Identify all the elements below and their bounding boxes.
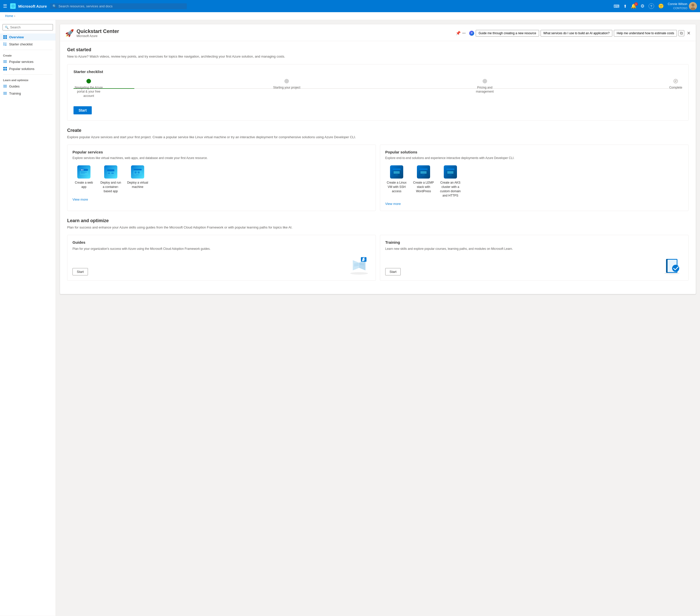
ai-services-btn[interactable]: What services do I use to build an AI ap… bbox=[541, 30, 613, 37]
user-avatar[interactable] bbox=[689, 2, 697, 10]
step-4: ✓ Complete bbox=[669, 79, 682, 98]
svg-rect-23 bbox=[3, 92, 7, 93]
svg-point-66 bbox=[672, 265, 679, 272]
copy-icon[interactable]: ⧉ bbox=[678, 30, 684, 36]
step-3: Pricing and management bbox=[470, 79, 500, 98]
sidebar-item-training[interactable]: Training bbox=[0, 90, 55, 97]
webapp-icon bbox=[77, 165, 90, 178]
guides-illustration bbox=[348, 255, 371, 275]
create-title: Create bbox=[67, 128, 689, 133]
aks-item[interactable]: Create an AKS cluster with a custom doma… bbox=[439, 165, 462, 198]
sidebar-divider-1 bbox=[3, 50, 52, 50]
svg-rect-15 bbox=[3, 62, 7, 63]
copilot-badge: ✦ bbox=[469, 31, 474, 36]
svg-rect-5 bbox=[3, 37, 5, 39]
overview-icon bbox=[3, 35, 7, 39]
sidebar-item-popular-services[interactable]: Popular services bbox=[0, 58, 55, 65]
main-layout: 🔍 Overview bbox=[0, 20, 700, 616]
breadcrumb-home[interactable]: Home bbox=[5, 14, 13, 18]
quickstart-body: Get started New to Azure? Watch videos, … bbox=[60, 41, 696, 294]
estimate-costs-btn[interactable]: Help me understand how to estimate costs bbox=[614, 30, 677, 37]
step-1: Navigating the Azure portal & your free … bbox=[74, 79, 104, 98]
notifications-icon[interactable]: 🔔 1 bbox=[631, 3, 636, 9]
svg-rect-8 bbox=[5, 43, 7, 44]
sidebar-popular-services-label: Popular services bbox=[9, 60, 34, 64]
create-vm-item[interactable]: Deploy a virtual machine bbox=[126, 165, 149, 189]
guide-new-resource-btn[interactable]: Guide me through creating a new resource bbox=[476, 30, 539, 37]
popular-services-items: Create a web app bbox=[73, 165, 371, 193]
step-dot-3 bbox=[483, 79, 487, 84]
svg-point-1 bbox=[691, 3, 695, 7]
svg-rect-3 bbox=[3, 35, 5, 37]
checklist-card-title: Starter checklist bbox=[74, 70, 682, 74]
checklist-start-button[interactable]: Start bbox=[74, 106, 92, 114]
svg-rect-39 bbox=[138, 171, 140, 173]
create-webapp-item[interactable]: Create a web app bbox=[73, 165, 95, 189]
sidebar-item-popular-solutions[interactable]: Popular solutions bbox=[0, 65, 55, 72]
get-started-title: Get started bbox=[67, 47, 689, 52]
svg-rect-52 bbox=[449, 174, 452, 175]
sidebar-popular-solutions-label: Popular solutions bbox=[9, 67, 35, 71]
quickstart-title: Quickstart Center bbox=[76, 28, 119, 34]
popular-services-card: Popular services Explore services like v… bbox=[67, 145, 376, 211]
breadcrumb-separator: › bbox=[14, 14, 15, 18]
global-search-bar[interactable]: 🔍 bbox=[50, 3, 187, 9]
svg-rect-35 bbox=[111, 172, 114, 174]
step-dot-1 bbox=[86, 79, 91, 84]
svg-rect-33 bbox=[107, 169, 114, 171]
breadcrumb: Home › bbox=[0, 12, 700, 20]
create-container-item[interactable]: Deploy and run a container-based app bbox=[99, 165, 122, 193]
sidebar-divider-2 bbox=[3, 74, 52, 75]
settings-icon[interactable]: ⚙ bbox=[640, 3, 645, 9]
starter-checklist-card: Starter checklist Navigating the Azure p… bbox=[67, 64, 689, 121]
training-card-content: Start bbox=[385, 255, 683, 275]
sidebar-search-container[interactable]: 🔍 bbox=[2, 24, 53, 30]
svg-rect-13 bbox=[3, 60, 7, 61]
sidebar-create-label: Create bbox=[0, 52, 55, 58]
vm-icon bbox=[131, 165, 144, 178]
feedback-icon[interactable]: 🙂 bbox=[658, 3, 664, 9]
linux-vm-item[interactable]: Create a Linux VM with SSH access bbox=[385, 165, 408, 193]
global-search-input[interactable] bbox=[59, 4, 184, 8]
popular-services-view-more[interactable]: View more bbox=[73, 198, 88, 201]
sidebar-item-overview[interactable]: Overview bbox=[0, 34, 55, 40]
guides-card: Guides Plan for your organization's succ… bbox=[67, 235, 376, 281]
sidebar-item-guides[interactable]: Guides bbox=[0, 83, 55, 90]
lemp-label: Create a LEMP stack with WordPress bbox=[412, 181, 435, 193]
popular-solutions-view-more[interactable]: View more bbox=[385, 202, 401, 206]
pin-icon[interactable]: 📌 bbox=[456, 31, 461, 36]
popular-solutions-card-desc: Explore end-to-end solutions and experie… bbox=[385, 156, 683, 160]
content-area: 🚀 Quickstart Center Microsoft Azure 📌 ··… bbox=[56, 20, 700, 616]
hamburger-menu[interactable]: ☰ bbox=[3, 3, 7, 9]
svg-rect-34 bbox=[108, 172, 110, 174]
guides-icon bbox=[3, 84, 7, 88]
cloud-shell-icon[interactable]: ⌨ bbox=[614, 4, 620, 9]
linuxvm-label: Create a Linux VM with SSH access bbox=[385, 181, 408, 193]
user-profile[interactable]: Connie Wilson CONTOSO bbox=[668, 2, 697, 10]
svg-rect-4 bbox=[5, 35, 7, 37]
training-card: Training Learn new skills and explore po… bbox=[380, 235, 689, 281]
popular-solutions-icon bbox=[3, 67, 7, 71]
guides-start-button[interactable]: Start bbox=[73, 268, 88, 275]
sidebar-guides-label: Guides bbox=[9, 84, 20, 88]
more-options-icon[interactable]: ··· bbox=[462, 31, 465, 36]
step-dot-4: ✓ bbox=[673, 79, 678, 84]
upload-icon[interactable]: ⬆ bbox=[624, 4, 627, 9]
sidebar-search-input[interactable] bbox=[10, 25, 53, 29]
svg-rect-22 bbox=[3, 87, 7, 87]
help-icon[interactable]: ? bbox=[649, 3, 654, 9]
svg-rect-37 bbox=[134, 169, 142, 170]
close-button[interactable]: ✕ bbox=[687, 30, 691, 36]
popular-solutions-card-title: Popular solutions bbox=[385, 150, 683, 154]
svg-rect-30 bbox=[81, 172, 87, 172]
svg-rect-24 bbox=[3, 93, 7, 94]
lemp-item[interactable]: Create a LEMP stack with WordPress bbox=[412, 165, 435, 193]
nav-icons-group: ⌨ ⬆ 🔔 1 ⚙ ? 🙂 Connie Wilson CONTOSO bbox=[614, 2, 697, 10]
svg-rect-44 bbox=[395, 174, 398, 175]
svg-point-28 bbox=[81, 169, 82, 170]
guides-card-desc: Plan for your organization's success wit… bbox=[73, 246, 371, 251]
lemp-icon bbox=[417, 165, 430, 178]
training-start-button[interactable]: Start bbox=[385, 268, 401, 275]
sidebar-item-starter-checklist[interactable]: Starter checklist bbox=[0, 40, 55, 48]
webapp-label: Create a web app bbox=[73, 181, 95, 189]
